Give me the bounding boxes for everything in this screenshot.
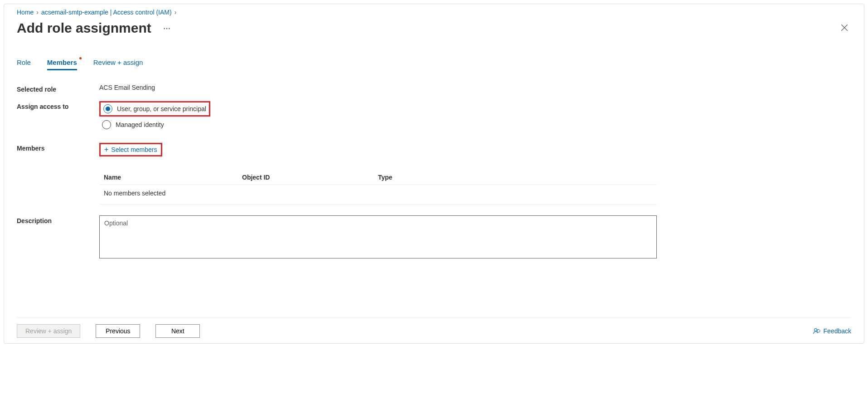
tab-members-label: Members [47,58,77,66]
radio-managed-identity-label: Managed identity [116,121,164,128]
selected-role-label: Selected role [17,84,99,93]
notification-dot-icon [79,57,82,59]
svg-point-0 [814,328,817,331]
table-header-name: Name [104,174,242,181]
chevron-right-icon: › [175,9,177,16]
previous-button[interactable]: Previous [96,324,140,338]
members-label: Members [17,143,99,152]
close-icon [840,24,849,32]
breadcrumb: Home › acsemail-smtp-example | Access co… [17,9,851,16]
radio-user-group-label: User, group, or service principal [117,105,206,112]
chevron-right-icon: › [36,9,39,16]
tabs: Role Members Review + assign [17,58,851,70]
breadcrumb-home[interactable]: Home [17,9,34,16]
radio-user-group-service-principal[interactable]: User, group, or service principal [99,101,210,117]
plus-icon: + [104,146,108,153]
close-button[interactable] [838,21,851,36]
select-members-button[interactable]: + Select members [104,146,157,153]
members-table: Name Object ID Type No members selected [99,170,657,205]
more-actions-button[interactable]: ⋯ [160,22,174,34]
select-members-label: Select members [111,146,157,153]
description-textarea[interactable] [99,215,657,258]
page-title-text: Add role assignment [17,20,151,36]
tab-role[interactable]: Role [17,58,31,70]
review-assign-button[interactable]: Review + assign [17,324,80,338]
feedback-label: Feedback [824,327,851,335]
feedback-icon [813,327,821,335]
radio-managed-identity[interactable]: Managed identity [99,118,851,131]
assign-access-label: Assign access to [17,101,99,110]
table-header-objectid: Object ID [242,174,378,181]
feedback-link[interactable]: Feedback [813,327,851,335]
selected-role-value: ACS Email Sending [99,84,851,91]
radio-unchecked-icon [102,120,111,129]
next-button[interactable]: Next [155,324,200,338]
table-header-type: Type [378,174,652,181]
members-empty-message: No members selected [99,185,657,205]
radio-checked-icon [103,104,112,113]
description-label: Description [17,215,99,224]
breadcrumb-resource[interactable]: acsemail-smtp-example | Access control (… [41,9,172,16]
tab-review-assign[interactable]: Review + assign [93,58,143,70]
page-title: Add role assignment ⋯ [17,20,174,36]
tab-members[interactable]: Members [47,58,77,70]
